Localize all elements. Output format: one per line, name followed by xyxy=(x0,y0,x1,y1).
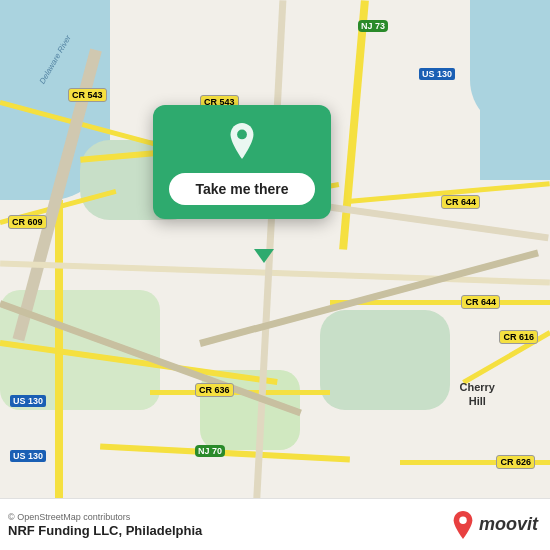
bottom-bar: © OpenStreetMap contributors NRF Funding… xyxy=(0,498,550,550)
svg-point-1 xyxy=(459,516,466,523)
location-pin-icon xyxy=(224,123,260,159)
attribution-text: © OpenStreetMap contributors xyxy=(8,512,202,522)
location-label: NRF Funding LLC, Philadelphia xyxy=(8,523,202,538)
water-mid-right xyxy=(480,90,550,180)
take-me-there-button[interactable]: Take me there xyxy=(169,173,315,205)
shield-cr616: CR 616 xyxy=(499,330,538,344)
shield-cr609: CR 609 xyxy=(8,215,47,229)
green-area-3 xyxy=(320,310,450,410)
bottom-bar-left: © OpenStreetMap contributors NRF Funding… xyxy=(8,512,202,538)
shield-cr626: CR 626 xyxy=(496,455,535,469)
shield-us130-bot2: US 130 xyxy=(10,450,46,462)
shield-nj70: NJ 70 xyxy=(195,445,225,457)
svg-point-0 xyxy=(237,130,247,140)
popup-tail xyxy=(254,249,274,263)
cherry-hill-label: CherryHill xyxy=(460,380,495,409)
shield-cr644-top: CR 644 xyxy=(441,195,480,209)
moovit-logo: moovit xyxy=(451,511,538,539)
map-container: Delaware River CR 543 NJ 90 CR 543 NJ 73… xyxy=(0,0,550,550)
shield-cr636: CR 636 xyxy=(195,383,234,397)
popup-card: Take me there xyxy=(153,105,331,219)
shield-nj73: NJ 73 xyxy=(358,20,388,32)
road-us130-v xyxy=(55,200,63,520)
moovit-text: moovit xyxy=(479,514,538,535)
shield-cr644-bot: CR 644 xyxy=(461,295,500,309)
shield-cr543-left: CR 543 xyxy=(68,88,107,102)
shield-us130-top: US 130 xyxy=(419,68,455,80)
moovit-pin-icon xyxy=(451,511,475,539)
shield-us130-bot: US 130 xyxy=(10,395,46,407)
